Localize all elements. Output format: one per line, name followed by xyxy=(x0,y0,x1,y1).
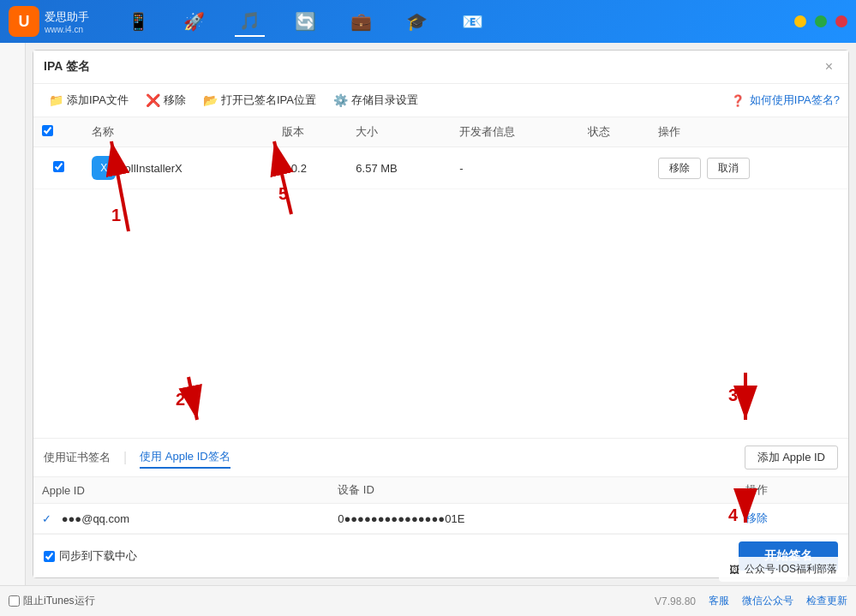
sync-checkbox-label[interactable]: 同步到下载中心 xyxy=(44,548,137,564)
apple-id-table-header: Apple ID 设备 ID 操作 xyxy=(33,477,848,504)
update-link[interactable]: 检查更新 xyxy=(806,594,847,608)
th-name: 名称 xyxy=(83,117,273,147)
itunes-label: 阻止iTunes运行 xyxy=(23,594,95,608)
app-icon: X xyxy=(92,156,116,180)
help-icon: ❓ xyxy=(731,94,745,107)
nav-school-icon[interactable]: 🎓 xyxy=(402,7,432,36)
status-bar-right: V7.98.80 客服 微信公众号 检查更新 xyxy=(655,594,847,608)
dialog-close-button[interactable]: × xyxy=(820,57,838,76)
th-status: 状态 xyxy=(579,117,649,147)
remove-button[interactable]: ❌ 移除 xyxy=(139,89,193,111)
toolbar: 📁 添加IPA文件 ❌ 移除 📂 打开已签名IPA位置 ⚙️ 存储目录设置 ❓ … xyxy=(33,84,848,117)
help-link[interactable]: ❓ 如何使用IPA签名? xyxy=(731,93,840,108)
row-name-cell: X rollInstallerX xyxy=(83,147,273,189)
app-logo: U 爱思助手 www.i4.cn xyxy=(9,6,89,37)
dialog-title-bar: IPA 签名 × xyxy=(33,51,848,84)
apple-id-checkmark: ✓ xyxy=(42,512,51,525)
apple-id-value: ●●●@qq.com xyxy=(62,512,129,525)
row-checkbox[interactable] xyxy=(53,161,64,172)
folder-icon: 📁 xyxy=(49,93,63,107)
watermark-icon: 🖼 xyxy=(729,564,739,576)
th-apple-action: 操作 xyxy=(737,477,848,504)
open-location-button[interactable]: 📂 打开已签名IPA位置 xyxy=(196,89,323,111)
minimize-button[interactable] xyxy=(794,15,806,27)
status-bar-left: 阻止iTunes运行 xyxy=(9,594,95,608)
device-id-cell: 0●●●●●●●●●●●●●●●01E xyxy=(329,504,737,534)
th-checkbox xyxy=(33,117,83,147)
nav-refresh-icon[interactable]: 🔄 xyxy=(290,7,320,36)
logo-name: 爱思助手 xyxy=(45,9,89,25)
apple-action-cell: 移除 xyxy=(737,504,848,534)
th-developer: 开发者信息 xyxy=(451,117,579,147)
row-remove-button[interactable]: 移除 xyxy=(658,158,701,179)
itunes-checkbox[interactable] xyxy=(9,595,20,607)
logo-icon: U xyxy=(9,6,39,37)
app-bar: U 爱思助手 www.i4.cn 📱 🚀 🎵 🔄 💼 🎓 📧 xyxy=(0,0,856,43)
open-folder-icon: 📂 xyxy=(203,93,218,107)
add-ipa-button[interactable]: 📁 添加IPA文件 xyxy=(42,89,135,111)
row-actions: 移除 取消 xyxy=(649,147,848,189)
save-settings-button[interactable]: ⚙️ 存储目录设置 xyxy=(326,89,425,111)
remove-label: 移除 xyxy=(164,93,186,108)
row-cancel-button[interactable]: 取消 xyxy=(707,158,750,179)
app-bar-right xyxy=(794,15,847,27)
app-name: rollInstallerX xyxy=(121,162,183,175)
apple-id-row: ✓ ●●●@qq.com 0●●●●●●●●●●●●●●●01E 移除 xyxy=(33,504,848,534)
th-action: 操作 xyxy=(649,117,848,147)
sign-tabs: 使用证书签名 | 使用 Apple ID签名 添加 Apple ID xyxy=(33,439,848,477)
apple-remove-link[interactable]: 移除 xyxy=(745,511,768,524)
ipa-sign-dialog: IPA 签名 × 📁 添加IPA文件 ❌ 移除 📂 打开已签名IPA位置 ⚙️ … xyxy=(33,50,849,578)
file-table-header: 名称 版本 大小 开发者信息 状态 操作 xyxy=(33,117,848,147)
wechat-link[interactable]: 微信公众号 xyxy=(742,594,793,608)
file-table: 名称 版本 大小 开发者信息 状态 操作 xyxy=(33,117,848,189)
sync-label: 同步到下载中心 xyxy=(59,548,137,564)
sign-tab-right: 添加 Apple ID xyxy=(745,446,838,469)
th-device-id: 设备 ID xyxy=(329,477,737,504)
itunes-checkbox-label[interactable]: 阻止iTunes运行 xyxy=(9,594,95,608)
version-text: V7.98.80 xyxy=(655,595,696,607)
select-all-checkbox[interactable] xyxy=(42,125,53,136)
nav-mail-icon[interactable]: 📧 xyxy=(458,7,488,36)
table-row: X rollInstallerX 1.0.2 6.57 MB - 移除 取消 xyxy=(33,147,848,189)
th-version: 版本 xyxy=(273,117,347,147)
open-location-label: 打开已签名IPA位置 xyxy=(221,93,316,108)
service-link[interactable]: 客服 xyxy=(709,594,729,608)
nav-phone-icon[interactable]: 📱 xyxy=(123,7,153,36)
close-app-button[interactable] xyxy=(835,15,847,27)
tab-cert-sign[interactable]: 使用证书签名 xyxy=(44,447,111,468)
logo-text: 爱思助手 www.i4.cn xyxy=(45,9,89,34)
apple-id-table: Apple ID 设备 ID 操作 ✓ ●●●@qq.com 0●●●●●●●●… xyxy=(33,477,848,534)
row-version: 1.0.2 xyxy=(273,147,347,189)
save-settings-label: 存储目录设置 xyxy=(351,93,418,108)
tab-divider: | xyxy=(123,450,127,465)
th-apple-id: Apple ID xyxy=(33,477,329,504)
nav-briefcase-icon[interactable]: 💼 xyxy=(346,7,376,36)
dialog-title: IPA 签名 xyxy=(44,59,90,75)
remove-icon: ❌ xyxy=(146,93,160,107)
file-table-section: 名称 版本 大小 开发者信息 状态 操作 xyxy=(33,117,848,438)
apple-id-cell: ✓ ●●●@qq.com xyxy=(33,504,329,534)
maximize-button[interactable] xyxy=(815,15,827,27)
apple-id-table-body: ✓ ●●●@qq.com 0●●●●●●●●●●●●●●●01E 移除 xyxy=(33,504,848,534)
status-bar: 阻止iTunes运行 V7.98.80 客服 微信公众号 检查更新 xyxy=(0,585,856,616)
sync-checkbox[interactable] xyxy=(44,551,55,562)
main-content: IPA 签名 × 📁 添加IPA文件 ❌ 移除 📂 打开已签名IPA位置 ⚙️ … xyxy=(0,43,856,585)
nav-rocket-icon[interactable]: 🚀 xyxy=(179,7,209,36)
row-developer: - xyxy=(451,147,579,189)
add-ipa-label: 添加IPA文件 xyxy=(67,93,129,108)
help-label: 如何使用IPA签名? xyxy=(750,93,840,108)
tab-apple-id-sign[interactable]: 使用 Apple ID签名 xyxy=(140,446,230,469)
add-apple-id-button[interactable]: 添加 Apple ID xyxy=(745,446,838,469)
th-size: 大小 xyxy=(347,117,451,147)
app-nav: 📱 🚀 🎵 🔄 💼 🎓 📧 xyxy=(123,6,488,37)
row-checkbox-cell xyxy=(33,147,83,189)
logo-url: www.i4.cn xyxy=(45,25,89,34)
watermark-text: 公众号·IOS福利部落 xyxy=(745,562,837,577)
nav-music-icon[interactable]: 🎵 xyxy=(235,6,265,37)
app-name-cell: X rollInstallerX xyxy=(92,156,265,180)
watermark: 🖼 公众号·IOS福利部落 xyxy=(719,557,847,582)
sidebar xyxy=(0,43,26,585)
row-size: 6.57 MB xyxy=(347,147,451,189)
file-table-body: X rollInstallerX 1.0.2 6.57 MB - 移除 取消 xyxy=(33,147,848,189)
row-status xyxy=(579,147,649,189)
